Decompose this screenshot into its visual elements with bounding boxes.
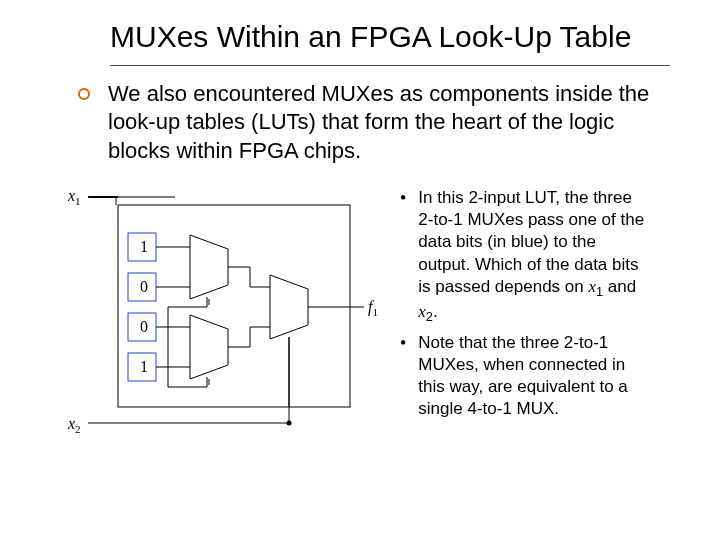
svg-point-47: [287, 421, 292, 426]
notes: • In this 2-input LUT, the three 2-to-1 …: [400, 187, 680, 447]
slide-title: MUXes Within an FPGA Look-Up Table: [60, 20, 680, 55]
svg-marker-6: [190, 315, 228, 379]
note-item: • In this 2-input LUT, the three 2-to-1 …: [400, 187, 650, 325]
svg-rect-0: [118, 205, 350, 407]
body-text: We also encountered MUXes as components …: [108, 80, 680, 166]
title-underline: [110, 65, 670, 66]
note-item: • Note that the three 2-to-1 MUXes, when…: [400, 332, 650, 420]
note-text: Note that the three 2-to-1 MUXes, when c…: [418, 332, 650, 420]
svg-rect-1: [128, 233, 156, 261]
slide: MUXes Within an FPGA Look-Up Table We al…: [0, 0, 720, 467]
svg-marker-7: [270, 275, 308, 339]
body-row: We also encountered MUXes as components …: [60, 80, 680, 166]
bullet-dot-icon: •: [400, 332, 418, 420]
diagram-svg: [60, 187, 400, 447]
lower-row: x1 x2 f1 1 0 0 1: [60, 187, 680, 447]
bullet-icon: [78, 88, 90, 100]
lut-diagram: x1 x2 f1 1 0 0 1: [60, 187, 400, 447]
svg-rect-4: [128, 353, 156, 381]
svg-rect-3: [128, 313, 156, 341]
svg-marker-5: [190, 235, 228, 299]
svg-rect-2: [128, 273, 156, 301]
note-text: In this 2-input LUT, the three 2-to-1 MU…: [418, 187, 650, 325]
bullet-dot-icon: •: [400, 187, 418, 325]
